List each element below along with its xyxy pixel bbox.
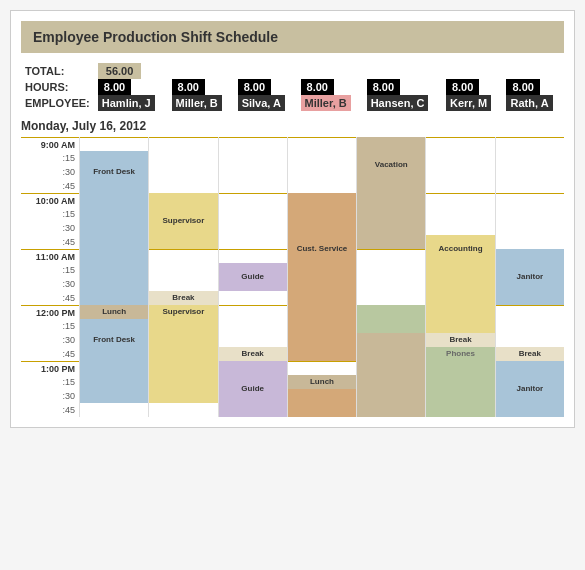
hansen-green xyxy=(357,305,425,333)
col-rath: Janitor Break Janitor xyxy=(495,137,564,417)
col-hamlin: Front Desk Lunch Front Desk xyxy=(79,137,148,417)
date-header: Monday, July 16, 2012 xyxy=(21,119,564,133)
total-row: TOTAL: 56.00 xyxy=(21,63,564,79)
emp-hamlin: Hamlin, J xyxy=(94,95,168,111)
time-130: :30 xyxy=(21,389,79,403)
kerr-green-2 xyxy=(426,361,494,417)
hamlin-frontdesk-1: Front Desk xyxy=(80,151,148,193)
total-value: 56.00 xyxy=(94,63,168,79)
hours-row: HOURS: 8.00 8.00 8.00 8.00 8.00 8.00 8.0… xyxy=(21,79,564,95)
emp-silva: Silva, A xyxy=(234,95,297,111)
time-930: :30 xyxy=(21,165,79,179)
time-115: :15 xyxy=(21,375,79,389)
time-1200: 12:00 PM xyxy=(21,305,79,319)
schedule-area: 9:00 AM :15 :30 :45 10:00 AM :15 :30 :45… xyxy=(21,137,564,417)
time-945: :45 xyxy=(21,179,79,193)
kerr-phones: Phones xyxy=(426,347,494,361)
silva-guide-2: Guide xyxy=(219,361,287,417)
time-1215: :15 xyxy=(21,319,79,333)
time-column: 9:00 AM :15 :30 :45 10:00 AM :15 :30 :45… xyxy=(21,137,79,417)
col-kerr: Accounting Break Phones xyxy=(425,137,494,417)
miller-supervisor-1: Supervisor xyxy=(149,193,217,249)
millerb-lunch: Lunch xyxy=(288,375,356,389)
miller-break-1: Break xyxy=(149,291,217,305)
time-1030: :30 xyxy=(21,221,79,235)
hamlin-blue-3 xyxy=(80,347,148,403)
silva-guide-1: Guide xyxy=(219,263,287,291)
emp-miller1: Miller, B xyxy=(168,95,234,111)
miller-yellow-2 xyxy=(149,319,217,403)
rath-break: Break xyxy=(496,347,564,361)
hamlin-lunch: Lunch xyxy=(80,305,148,319)
total-label: TOTAL: xyxy=(21,63,94,79)
hamlin-blue-2 xyxy=(80,319,148,333)
hansen-tan-2 xyxy=(357,333,425,417)
hours-kerr: 8.00 xyxy=(442,79,503,95)
time-1130: :30 xyxy=(21,277,79,291)
main-container: Employee Production Shift Schedule TOTAL… xyxy=(10,10,575,428)
hours-silva: 8.00 xyxy=(234,79,297,95)
time-1015: :15 xyxy=(21,207,79,221)
time-915: :15 xyxy=(21,151,79,165)
hours-hansen: 8.00 xyxy=(363,79,442,95)
time-100: 1:00 PM xyxy=(21,361,79,375)
hours-hamlin: 8.00 xyxy=(94,79,168,95)
total-value-cell: 56.00 xyxy=(98,63,142,79)
rath-janitor-2: Janitor xyxy=(496,361,564,417)
time-1145: :45 xyxy=(21,291,79,305)
miller-supervisor-2: Supervisor xyxy=(149,305,217,319)
hamlin-frontdesk-2: Front Desk xyxy=(80,333,148,347)
emp-kerr: Kerr, M xyxy=(442,95,503,111)
time-1000: 10:00 AM xyxy=(21,193,79,207)
hamlin-145 xyxy=(80,403,148,417)
col-hansen: Vacation xyxy=(356,137,425,417)
employee-label: EMPLOYEE: xyxy=(21,95,94,111)
time-1100: 11:00 AM xyxy=(21,249,79,263)
col-silva: Guide Break Guide xyxy=(218,137,287,417)
summary-table: TOTAL: 56.00 HOURS: 8.00 8.00 8.00 8.00 … xyxy=(21,63,564,111)
grid-rows: Front Desk Lunch Front Desk xyxy=(79,137,564,417)
millerb-peach-3 xyxy=(288,389,356,417)
hansen-tan-1 xyxy=(357,193,425,249)
page-title: Employee Production Shift Schedule xyxy=(21,21,564,53)
time-1245: :45 xyxy=(21,347,79,361)
hamlin-blue-block xyxy=(80,193,148,305)
millerb-peach-2 xyxy=(288,305,356,361)
time-1115: :15 xyxy=(21,263,79,277)
schedule-grid: 9:00 AM :15 :30 :45 10:00 AM :15 :30 :45… xyxy=(21,137,564,417)
col-miller1: Supervisor Break Supervisor xyxy=(148,137,217,417)
time-145: :45 xyxy=(21,403,79,417)
emp-columns-container: Front Desk Lunch Front Desk xyxy=(79,137,564,417)
hours-label: HOURS: xyxy=(21,79,94,95)
employee-row: EMPLOYEE: Hamlin, J Miller, B Silva, A M… xyxy=(21,95,564,111)
hamlin-900 xyxy=(80,137,148,151)
hansen-vacation: Vacation xyxy=(357,137,425,193)
kerr-accounting: Accounting xyxy=(426,235,494,263)
time-1045: :45 xyxy=(21,235,79,249)
rath-janitor-1: Janitor xyxy=(496,249,564,305)
millerb-custservice: Cust. Service xyxy=(288,193,356,305)
hours-millerb: 8.00 xyxy=(297,79,363,95)
time-900: 9:00 AM xyxy=(21,137,79,151)
emp-hansen: Hansen, C xyxy=(363,95,442,111)
col-millerb: Cust. Service Lunch xyxy=(287,137,356,417)
hours-rath: 8.00 xyxy=(502,79,564,95)
emp-rath: Rath, A xyxy=(502,95,564,111)
emp-millerb: Miller, B xyxy=(297,95,363,111)
hours-miller1: 8.00 xyxy=(168,79,234,95)
kerr-break: Break xyxy=(426,333,494,347)
silva-break: Break xyxy=(219,347,287,361)
time-1230: :30 xyxy=(21,333,79,347)
